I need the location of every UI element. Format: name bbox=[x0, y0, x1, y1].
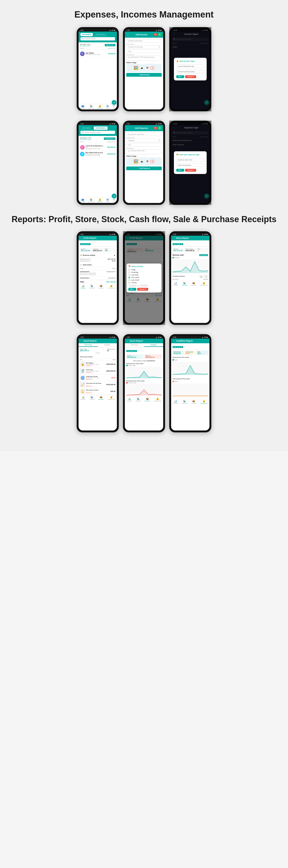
nav-profit-7[interactable]: 📊Profit Rpt bbox=[127, 398, 132, 402]
add-expense-button[interactable]: Add Expense bbox=[104, 137, 116, 140]
sort-name-exp[interactable]: Name ↕ bbox=[80, 141, 85, 143]
popup-cancel-btn[interactable]: Cancel ✕ bbox=[185, 75, 196, 78]
income-type-name-input[interactable] bbox=[176, 65, 204, 68]
period-ok-btn[interactable]: OK ✓ bbox=[128, 288, 136, 291]
tab-overviews[interactable]: Overviews bbox=[78, 343, 98, 347]
nav-profit-rpt[interactable]: 📊Profit Rpt bbox=[81, 285, 86, 289]
income-type-desc-input[interactable] bbox=[176, 70, 204, 73]
expense-check-btn[interactable]: ✓ bbox=[158, 126, 161, 130]
nav-managers[interactable]: 👥Managers bbox=[80, 105, 85, 109]
store-period-selector[interactable]: This month▼ bbox=[172, 243, 183, 245]
expense-popup-ok-btn[interactable]: OK ✓ bbox=[176, 169, 184, 172]
period-yesterday[interactable]: Yesterday bbox=[128, 272, 160, 273]
nav-store-6[interactable]: 🏪Store Rpt bbox=[90, 396, 94, 400]
trending-icon-1[interactable]: 📊 bbox=[199, 275, 203, 278]
add-income-submit[interactable]: ✓ Add Income bbox=[126, 73, 162, 77]
nav-cashflow-rpt[interactable]: 💰CashFlow Rpt bbox=[107, 285, 115, 289]
nav-warehouse[interactable]: 🏪Warehouse bbox=[88, 105, 94, 109]
camera-btn[interactable]: 📷 bbox=[140, 66, 144, 69]
nav-settings-2[interactable]: ⚙️Settings bbox=[105, 198, 109, 203]
expense-desc-input[interactable]: E.g TM Apr internet bill bbox=[126, 149, 162, 154]
delete-btn[interactable]: 🗑 bbox=[151, 66, 154, 69]
expense-popup-cancel-btn[interactable]: Cancel ✕ bbox=[185, 169, 196, 172]
nav-stock-7[interactable]: 📦Stock Rpt bbox=[145, 398, 150, 402]
back-stock[interactable]: ← bbox=[81, 340, 83, 342]
date-to[interactable]: 30/04/2023 bbox=[139, 285, 148, 287]
period-custom[interactable]: Custom bbox=[128, 282, 160, 284]
nav-store-8[interactable]: 🏪Store Rpt bbox=[182, 400, 187, 404]
camera-btn-exp[interactable]: 📷 bbox=[140, 160, 144, 163]
save-image-btn[interactable]: SAVE IMAGE bbox=[199, 254, 208, 256]
period-last-month[interactable]: Last month bbox=[128, 279, 160, 281]
trending-icon-2[interactable]: 📋 bbox=[204, 275, 208, 278]
nav-profit-rpt-3[interactable]: 📊Profit Rpt bbox=[173, 282, 178, 286]
all-expense-types-link[interactable]: All expense types › bbox=[80, 139, 92, 140]
expense-type-select[interactable]: Category▼ bbox=[126, 139, 162, 142]
nav-stock-8[interactable]: 📦Stock Rpt bbox=[191, 400, 196, 404]
desc-input[interactable]: E.g Interested of TM Saving account... bbox=[126, 56, 162, 61]
fab-add[interactable]: + bbox=[112, 100, 117, 105]
nav-managers-2[interactable]: 👥Managers bbox=[80, 198, 85, 203]
sort-name[interactable]: Name ↕ bbox=[80, 48, 85, 49]
nav-cashflow-2[interactable]: 💰CashFlow bbox=[97, 198, 102, 203]
tab-expenses-exp[interactable]: EXPENSES bbox=[94, 126, 107, 130]
nav-profit-6[interactable]: 📊Profit Rpt bbox=[81, 396, 86, 400]
analytics-period-selector[interactable]: This month▼ bbox=[126, 350, 137, 352]
nav-stock-rpt[interactable]: 📦Stock Rpt bbox=[98, 285, 103, 289]
expense-type-desc-input[interactable] bbox=[176, 163, 204, 167]
nav-store-7[interactable]: 🏪Store Rpt bbox=[136, 398, 141, 402]
order-item-2[interactable]: 202304230970 $12,059.45 bbox=[78, 276, 117, 280]
expense-title-input[interactable]: E.g internet, water bill... bbox=[126, 132, 162, 136]
back-icon-exp[interactable]: ← bbox=[127, 127, 129, 129]
amount-input[interactable]: 0.00 bbox=[126, 50, 162, 53]
nav-settings[interactable]: ⚙️Settings bbox=[105, 105, 109, 109]
close-btn[interactable]: ✕ bbox=[154, 33, 157, 36]
tab-incomes-exp[interactable]: INCOMES bbox=[81, 126, 93, 130]
fab-expense[interactable]: + bbox=[112, 194, 117, 198]
period-this-month[interactable]: This month bbox=[128, 277, 160, 279]
tab-expenses[interactable]: EXPENSES bbox=[94, 33, 107, 36]
search-income-bar[interactable]: 🔍 Search income bbox=[81, 37, 115, 40]
nav-cashflow-6[interactable]: 💰CashFlow Rpt bbox=[107, 396, 115, 400]
gallery-btn[interactable]: 🖼 bbox=[146, 66, 149, 69]
cf-period-selector[interactable]: This month▼ bbox=[172, 346, 183, 348]
nav-stock-rpt-3[interactable]: 📦Stock Rpt bbox=[191, 282, 196, 286]
date-from[interactable]: 01/04/2023 bbox=[128, 285, 137, 287]
income-type-select[interactable]: Choose income type▼ bbox=[126, 45, 162, 49]
back-stock-analytics[interactable]: ← bbox=[127, 340, 129, 342]
nav-store-rpt[interactable]: 🏪Store Rpt bbox=[90, 285, 94, 289]
expense-close-btn[interactable]: ✕ bbox=[154, 126, 157, 130]
nav-cashflow-7[interactable]: 💰CashFlow Rpt bbox=[154, 398, 161, 402]
period-cancel-btn[interactable]: Cancel ✕ bbox=[137, 288, 148, 291]
tab-incomes[interactable]: INCOMES bbox=[81, 33, 93, 36]
back-profit[interactable]: ← bbox=[81, 237, 83, 239]
tab-analytics-2[interactable]: Analytics bbox=[144, 343, 163, 347]
add-expense-submit[interactable]: ✓ Add Expense bbox=[126, 166, 162, 170]
popup-ok-btn[interactable]: OK ✓ bbox=[176, 75, 184, 78]
add-income-button[interactable]: Add Income bbox=[105, 44, 116, 46]
period-selector[interactable]: This month▼ bbox=[80, 243, 91, 245]
nav-profit-8[interactable]: 📊Profit Rpt bbox=[173, 400, 178, 404]
search-expense-bar[interactable]: 🔍 Search expense type... bbox=[81, 131, 115, 134]
back-icon[interactable]: ← bbox=[127, 33, 129, 36]
back-cashflow[interactable]: ← bbox=[173, 340, 175, 342]
nav-store-rpt-3[interactable]: 🏪Store Rpt bbox=[182, 282, 187, 286]
nav-cashflow-rpt-3[interactable]: 💰CashFlow Rpt bbox=[200, 282, 207, 286]
period-today[interactable]: Today bbox=[128, 269, 160, 271]
nav-cashflow-8[interactable]: 💰CashFlow Rpt bbox=[200, 400, 207, 404]
back-store[interactable]: ← bbox=[173, 237, 175, 239]
title-input[interactable]: E.g Bank interested... bbox=[126, 39, 162, 42]
gallery-btn-exp[interactable]: 🖼 bbox=[146, 160, 149, 163]
tab-analytics[interactable]: Analytics bbox=[98, 343, 117, 347]
expense-type-name-input[interactable] bbox=[176, 158, 204, 162]
delete-btn-exp[interactable]: 🗑 bbox=[151, 160, 154, 163]
nav-stock-6[interactable]: 📦Stock Rpt bbox=[98, 396, 103, 400]
nav-more[interactable]: ☰More bbox=[113, 105, 115, 109]
tab-overviews-2[interactable]: Overviews bbox=[125, 343, 144, 347]
period-last-week[interactable]: Last week bbox=[128, 274, 160, 276]
order-item-1[interactable]: 202304233260 $40,000.00 ▼ Total sell pri… bbox=[78, 270, 117, 276]
nav-more-2[interactable]: ☰More bbox=[113, 198, 115, 203]
all-types-link[interactable]: All income types › bbox=[80, 45, 91, 46]
nav-warehouse-2[interactable]: 🏪Warehouse bbox=[88, 198, 94, 203]
check-btn[interactable]: ✓ bbox=[158, 33, 161, 36]
